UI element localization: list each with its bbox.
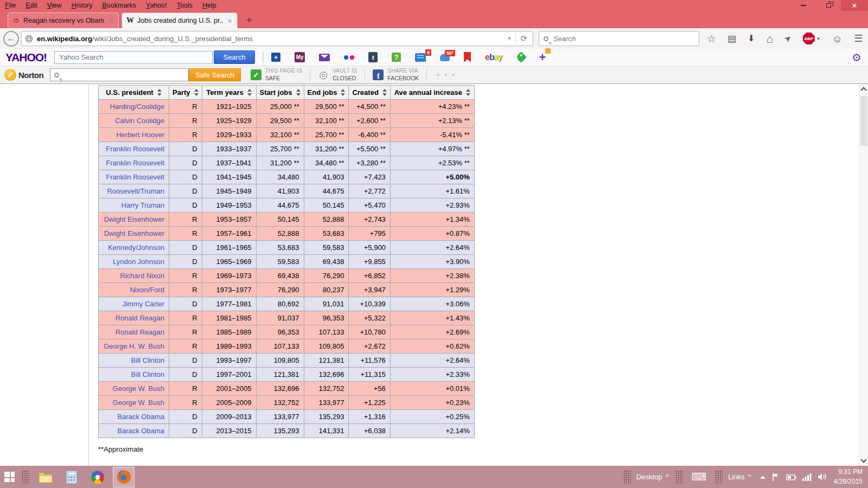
picasa-button[interactable] xyxy=(87,467,108,487)
gear-icon[interactable]: ⚙ xyxy=(852,51,861,64)
scroll-down-icon[interactable] xyxy=(860,457,866,463)
president-link[interactable]: Calvin Coolidge xyxy=(115,117,164,125)
chevron-icon[interactable]: » xyxy=(748,472,751,478)
president-link[interactable]: Bill Clinton xyxy=(131,370,164,378)
reload-icon[interactable]: ⟳ xyxy=(515,34,529,43)
home-icon[interactable]: ⌂ xyxy=(767,33,774,44)
yahoo-search-input[interactable] xyxy=(59,53,208,61)
yahoo-mail-icon[interactable] xyxy=(319,54,330,61)
bookmarks-ribbon-icon[interactable] xyxy=(464,52,471,62)
norton-search-box[interactable] xyxy=(50,68,189,81)
safe-search-button[interactable]: Safe Search xyxy=(189,68,241,81)
president-link[interactable]: Kennedy/Johnson xyxy=(108,243,164,252)
president-link[interactable]: Barack Obama xyxy=(117,413,164,421)
share-facebook-button[interactable]: f SHARE VIAFACEBOOK xyxy=(373,68,419,82)
president-link[interactable]: Ronald Reagan xyxy=(116,328,164,336)
president-link[interactable]: Dwight Eisenhower xyxy=(104,215,164,223)
speaker-volume-icon[interactable] xyxy=(818,473,827,481)
reading-list-icon[interactable]: ▤ xyxy=(727,34,736,43)
new-tab-button[interactable]: + xyxy=(242,14,256,26)
president-link[interactable]: George H. W. Bush xyxy=(104,342,164,350)
tab-reagan-recovery[interactable]: Reagan recovery vs Obama... × xyxy=(8,12,119,28)
touch-keyboard-icon[interactable]: ⌨ xyxy=(692,471,706,483)
menu-tools[interactable]: Tools xyxy=(172,1,197,10)
menu-view[interactable]: View xyxy=(42,1,67,10)
desktop-toolbar-label[interactable]: Desktop xyxy=(636,473,662,481)
taskbar-grip[interactable] xyxy=(22,470,29,484)
president-link[interactable]: Jimmy Carter xyxy=(123,300,164,308)
page-scrollbar[interactable] xyxy=(859,84,868,466)
search-input[interactable] xyxy=(553,35,694,43)
chevron-icon[interactable]: » xyxy=(666,472,669,478)
norton-search-input[interactable] xyxy=(63,71,188,79)
taskbar-grip[interactable] xyxy=(715,470,723,484)
yahoo-logo[interactable]: YAHOO! xyxy=(5,51,47,64)
president-link[interactable]: Bill Clinton xyxy=(131,356,164,364)
yahoo-answers-icon[interactable]: ? xyxy=(392,53,401,62)
send-tab-icon[interactable]: ➤ xyxy=(782,33,794,44)
col-header-party[interactable]: Party xyxy=(169,86,202,100)
show-hidden-icons[interactable] xyxy=(760,476,765,479)
president-link[interactable]: Lyndon Johnson xyxy=(113,258,164,266)
file-explorer-button[interactable] xyxy=(35,467,56,487)
yahoo-add-icon[interactable]: + xyxy=(271,53,280,62)
president-link[interactable]: Roosevelt/Truman xyxy=(107,187,164,195)
yahoo-my-icon[interactable]: My xyxy=(295,52,305,62)
flickr-icon[interactable] xyxy=(344,55,354,60)
taskbar-grip[interactable] xyxy=(623,470,631,484)
col-header-term-years[interactable]: Term years xyxy=(202,86,256,100)
president-link[interactable]: Harry Truman xyxy=(122,201,164,209)
add-feed-button[interactable]: + xyxy=(539,50,546,65)
menu-yahoo[interactable]: Yahoo! xyxy=(141,1,172,10)
yahoo-weather-button[interactable]: 50° xyxy=(440,54,450,61)
president-link[interactable]: Herbert Hoover xyxy=(116,131,164,139)
downloads-icon[interactable]: ⬇ xyxy=(748,34,755,43)
url-dropdown-icon[interactable]: ▼ xyxy=(503,36,516,41)
links-toolbar-label[interactable]: Links xyxy=(728,473,744,481)
col-header-start-jobs[interactable]: Start jobs xyxy=(256,86,304,100)
president-link[interactable]: George W. Bush xyxy=(113,399,164,407)
bookmark-star-icon[interactable]: ☆ xyxy=(707,34,716,44)
search-bar[interactable] xyxy=(539,31,699,46)
menu-history[interactable]: History xyxy=(67,1,98,10)
col-header-president[interactable]: U.S. president xyxy=(99,86,169,100)
tab-close-icon[interactable]: × xyxy=(226,17,233,25)
president-link[interactable]: Ronald Reagan xyxy=(116,314,164,322)
menu-help[interactable]: Help xyxy=(197,1,221,10)
back-button[interactable]: ← xyxy=(3,31,19,47)
menu-file[interactable]: File xyxy=(0,1,21,10)
adblock-plus-button[interactable]: ABP ▼ xyxy=(803,33,821,44)
yahoo-search-box[interactable] xyxy=(54,51,213,64)
site-identity-globe-icon[interactable] xyxy=(25,35,33,43)
firefox-taskbar-button[interactable] xyxy=(113,467,135,487)
minimize-button[interactable] xyxy=(791,0,816,11)
yahoo-news-button[interactable]: 6 xyxy=(415,53,426,62)
hamburger-menu-icon[interactable]: ☰ xyxy=(854,34,863,43)
battery-icon[interactable] xyxy=(786,473,796,481)
yahoo-search-button[interactable]: Search xyxy=(214,50,255,64)
tab-jobs-created[interactable]: W Jobs created during U.S. pr... × xyxy=(122,12,238,28)
more-options-dots-icon[interactable]: ● ● ● xyxy=(437,72,456,78)
president-link[interactable]: Richard Nixon xyxy=(120,272,164,280)
menu-bookmarks[interactable]: Bookmarks xyxy=(98,1,142,10)
tag-deals-button[interactable] xyxy=(517,53,525,61)
page-safety-status[interactable]: ✓ THIS PAGE ISSAFE xyxy=(251,68,302,82)
col-header-created[interactable]: Created xyxy=(349,86,390,100)
restore-button[interactable] xyxy=(816,0,841,11)
menu-edit[interactable]: Edit xyxy=(21,1,42,10)
president-link[interactable]: Barack Obama xyxy=(117,427,164,435)
president-link[interactable]: Franklin Roosevelt xyxy=(106,173,164,181)
tumblr-icon[interactable]: t xyxy=(368,52,378,62)
taskbar-grip[interactable] xyxy=(675,470,683,484)
col-header-end-jobs[interactable]: End jobs xyxy=(304,86,349,100)
vault-status[interactable]: ◎ VAULT ISCLOSED xyxy=(318,68,357,82)
col-header-ave-annual-increase[interactable]: Ave annual increase xyxy=(390,86,474,100)
network-signal-icon[interactable] xyxy=(802,473,812,481)
action-center-flag-icon[interactable] xyxy=(771,473,780,481)
tab-close-icon[interactable]: × xyxy=(107,17,114,25)
hello-smiley-icon[interactable]: ☺ xyxy=(832,34,843,44)
url-bar[interactable]: en.wikipedia.org/wiki/Jobs_created_durin… xyxy=(21,31,533,46)
close-button[interactable]: ✕ xyxy=(841,0,868,11)
president-link[interactable]: Harding/Coolidge xyxy=(110,102,164,111)
president-link[interactable]: Franklin Roosevelt xyxy=(106,145,164,153)
